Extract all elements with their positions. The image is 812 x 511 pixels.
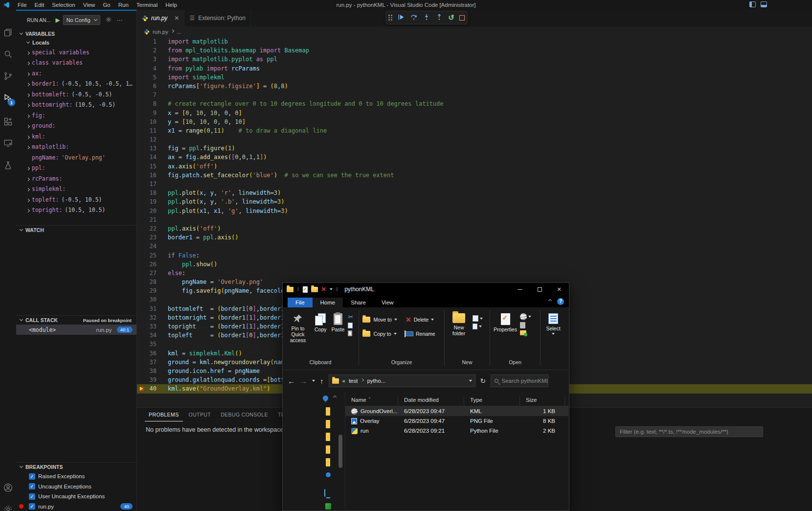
collapse-node-icon[interactable] [333, 395, 337, 399]
breadcrumb-current-folder[interactable]: pytho... [367, 378, 385, 384]
code-line-11[interactable]: 11x1 = range(0,11) # to draw a diagonal … [137, 126, 812, 135]
menu-edit[interactable]: Edit [31, 2, 48, 8]
edit-icon[interactable] [520, 322, 525, 328]
close-tab-icon[interactable]: ✕ [174, 15, 179, 22]
code-line-14[interactable]: 14ax = fig.add_axes([0,0,1,1]) [137, 153, 812, 162]
new-folder-button[interactable]: New folder [446, 311, 472, 338]
variable-row[interactable]: border1:(-0.5, 10.5, -0.5, 1… [16, 79, 136, 90]
watch-section-header[interactable]: WATCH [16, 226, 136, 234]
search-icon[interactable] [0, 45, 16, 63]
call-stack-section-header[interactable]: CALL STACK Paused on breakpoint [16, 316, 136, 325]
code-line-15[interactable]: 15ax.axis('off') [137, 162, 812, 171]
recent-locations-caret-icon[interactable] [312, 380, 315, 382]
maximize-button[interactable] [530, 283, 549, 296]
cut-icon[interactable]: ✂ [348, 313, 353, 321]
menu-view[interactable]: View [79, 2, 99, 8]
settings-gear-icon[interactable] [0, 500, 16, 511]
panel-tab-output[interactable]: OUTPUT [185, 408, 215, 421]
explorer-icon[interactable] [0, 23, 16, 41]
variable-row[interactable]: matplotlib: [16, 142, 136, 153]
checkbox-icon[interactable]: ✓ [29, 493, 35, 500]
folder-item-icon[interactable] [326, 445, 330, 454]
delete-quick-icon[interactable]: ✕ [321, 286, 326, 293]
variable-row[interactable]: ground: [16, 121, 136, 132]
variable-row[interactable]: topleft:(-0.5, 10.5) [16, 194, 136, 205]
copy-path-icon[interactable] [348, 323, 353, 328]
code-line-3[interactable]: 3import matplotlib.pyplot as ppl [137, 55, 812, 64]
this-pc-icon[interactable] [324, 489, 325, 497]
paste-shortcut-icon[interactable] [348, 330, 352, 336]
more-actions-icon[interactable]: ··· [117, 17, 123, 23]
run-and-debug-icon[interactable]: 1 [0, 90, 16, 107]
tab-extension-python[interactable]: ☰ Extension: Python [184, 10, 251, 26]
column-header-type[interactable]: Type [464, 397, 520, 406]
folder-icon[interactable] [287, 287, 293, 292]
start-debug-icon[interactable]: ▶ [55, 17, 60, 23]
tab-run-py[interactable]: run.py ✕ [137, 10, 184, 26]
breadcrumb[interactable]: run.py ... [137, 26, 812, 37]
onedrive-icon[interactable] [322, 395, 330, 402]
code-line-9[interactable]: 9x = [0, 10, 10, 0, 0] [137, 109, 812, 117]
panel-tab-debug-console[interactable]: DEBUG CONSOLE [217, 408, 272, 421]
file-row-overlay[interactable]: Overlay6/28/2023 09:47PNG File8 KB [345, 416, 568, 426]
remote-explorer-icon[interactable] [0, 134, 16, 152]
panel-tab-problems[interactable]: PROBLEMS [145, 408, 183, 421]
refresh-icon[interactable]: ↻ [480, 377, 486, 385]
close-button[interactable]: ✕ [549, 283, 569, 296]
folder-item-icon[interactable] [326, 433, 330, 441]
debug-settings-gear-icon[interactable] [105, 16, 112, 24]
step-into-icon[interactable] [423, 13, 430, 23]
navigation-pane[interactable] [283, 392, 345, 510]
explorer-search-box[interactable]: Search pythonKML [491, 374, 548, 387]
code-line-25[interactable]: 25if False: [137, 251, 812, 260]
code-line-10[interactable]: 10y = [10, 10, 0, 0, 10] [137, 117, 812, 126]
code-line-7[interactable]: 7 [137, 91, 812, 99]
file-row-groundoverl[interactable]: GroundOverl...6/28/2023 09:47KML1 KB [345, 406, 568, 416]
properties-quick-icon[interactable] [303, 286, 308, 293]
minimize-button[interactable] [510, 283, 530, 296]
collapse-ribbon-icon[interactable] [548, 299, 552, 302]
toolbar-drag-handle-icon[interactable] [388, 15, 392, 21]
toggle-sidebar-icon[interactable] [749, 1, 756, 7]
step-over-icon[interactable] [410, 13, 418, 23]
variable-row[interactable]: bottomleft:(-0.5, -0.5) [16, 89, 136, 100]
menu-selection[interactable]: Selection [48, 2, 79, 8]
breakpoint-row[interactable]: ✓run.py40 [16, 502, 136, 511]
forward-icon[interactable]: → [300, 377, 307, 385]
address-bar[interactable]: « test pytho... [329, 374, 475, 387]
folder-item-icon[interactable] [326, 407, 330, 416]
testing-icon[interactable] [0, 157, 16, 174]
menu-terminal[interactable]: Terminal [133, 2, 161, 8]
code-line-5[interactable]: 5import simplekml [137, 73, 812, 82]
code-line-24[interactable]: 24 [137, 242, 812, 251]
select-button[interactable]: Select [542, 311, 564, 337]
pin-to-quick-access-button[interactable]: Pin to Quick access [284, 311, 312, 345]
ribbon-tab-home[interactable]: Home [313, 298, 343, 307]
menu-go[interactable]: Go [99, 2, 114, 8]
ribbon-tab-file[interactable]: File [288, 298, 313, 307]
restart-icon[interactable]: ↺ [448, 13, 454, 22]
variable-row[interactable]: ppl: [16, 163, 136, 174]
stack-frame-row[interactable]: <module> run.py 40:1 [16, 325, 136, 335]
customize-toolbar-caret-icon[interactable] [330, 288, 333, 290]
variable-row[interactable]: class variables [16, 58, 136, 69]
variable-row[interactable]: simplekml: [16, 184, 136, 195]
source-control-icon[interactable] [0, 67, 16, 85]
debug-config-dropdown[interactable]: No Config [63, 15, 100, 25]
code-line-12[interactable]: 12 [137, 135, 812, 144]
code-line-19[interactable]: 19ppl.plot(x, y, '.b', linewidth=3) [137, 197, 812, 206]
code-line-8[interactable]: 8# create rectangle over 0 to 10 degrees… [137, 99, 812, 108]
properties-button[interactable]: Properties [492, 311, 519, 334]
ribbon-tab-view[interactable]: View [374, 298, 402, 307]
accounts-icon[interactable] [0, 479, 16, 496]
new-folder-quick-icon[interactable] [311, 287, 318, 292]
continue-icon[interactable] [397, 13, 405, 23]
breakpoint-row[interactable]: ✓Raised Exceptions [16, 471, 136, 482]
code-line-1[interactable]: 1import matplotlib [137, 37, 812, 46]
variable-row[interactable]: topright:(10.5, 10.5) [16, 205, 136, 216]
code-line-4[interactable]: 4from pylab import rcParams [137, 64, 812, 73]
new-item-icon[interactable] [473, 315, 478, 322]
checkbox-icon[interactable]: ✓ [29, 503, 35, 510]
column-header-name[interactable]: Name⌃ [345, 397, 398, 406]
step-out-icon[interactable] [435, 13, 443, 23]
